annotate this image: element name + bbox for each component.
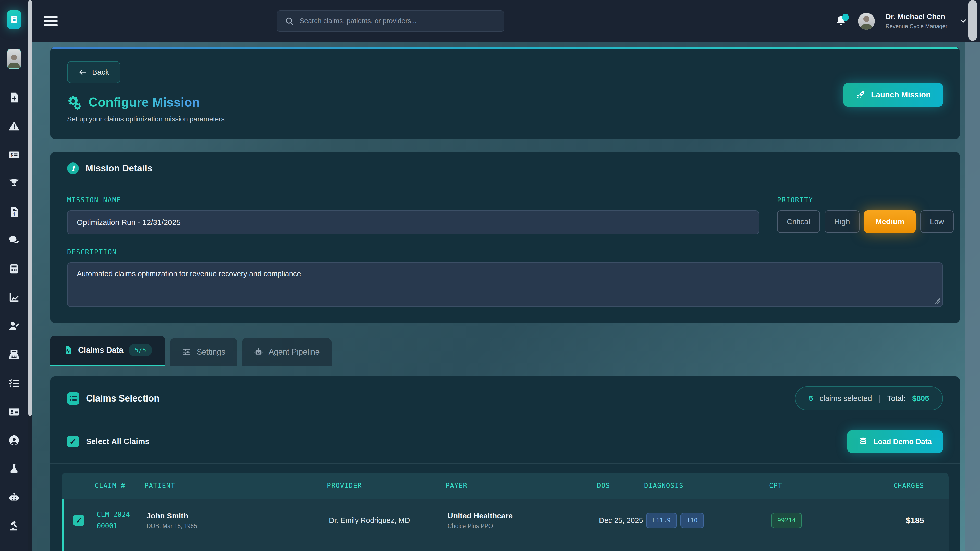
sidebar-item-analytics[interactable] (8, 291, 20, 303)
tab-claims-data[interactable]: Claims Data 5/5 (50, 336, 165, 366)
mission-name-input[interactable] (67, 210, 759, 234)
table-row[interactable]: ✓ CLM-2024- Sarah Johnson Dr. Emily Rodr… (62, 541, 948, 551)
cpt-codes: 99214 (771, 513, 894, 528)
avatar-silhouette (11, 55, 17, 60)
priority-field: PRIORITY Critical High Medium Low (777, 196, 943, 234)
sidebar-item-profile[interactable] (8, 434, 20, 446)
patient-dob: DOB: Mar 15, 1965 (146, 523, 329, 530)
col-charges: CHARGES (892, 482, 948, 489)
notifications-button[interactable] (835, 14, 847, 28)
divider: | (879, 394, 881, 403)
sidebar-user-avatar[interactable] (7, 49, 21, 69)
sidebar-item-lab[interactable] (8, 463, 20, 475)
gavel-icon (8, 520, 20, 532)
tab-label: Settings (197, 348, 225, 357)
payer-name: United Healthcare (448, 511, 599, 520)
sidebar-item-tasks[interactable] (8, 377, 20, 389)
tab-settings[interactable]: Settings (170, 338, 237, 366)
sidebar-item-appeals[interactable] (8, 520, 20, 532)
sidebar-item-billing[interactable] (8, 348, 20, 361)
sidebar-scrollbar[interactable] (28, 0, 32, 551)
date-of-service: Dec 25, 2025 (599, 516, 646, 525)
global-search[interactable] (277, 11, 504, 32)
description-textarea[interactable]: Automated claims optimization for revenu… (67, 262, 943, 307)
user-check-icon (8, 320, 20, 332)
sidebar-item-achievements[interactable] (8, 177, 20, 189)
priority-options: Critical High Medium Low (777, 210, 943, 233)
search-input[interactable] (300, 17, 496, 25)
col-claim: CLAIM # (95, 482, 145, 489)
tab-agent-pipeline[interactable]: Agent Pipeline (242, 338, 331, 366)
avatar-silhouette (861, 24, 872, 30)
payer-plan: Choice Plus PPO (448, 523, 599, 530)
page-scrollbar-thumb[interactable] (968, 0, 977, 41)
page-subtitle: Set up your claims optimization mission … (67, 115, 943, 123)
claims-selection-card: Claims Selection 5 claims selected | Tot… (50, 376, 960, 551)
priority-critical-button[interactable]: Critical (777, 210, 820, 233)
topbar: Dr. Michael Chen Revenue Cycle Manager (32, 0, 980, 42)
sidebar-item-file-plus[interactable] (8, 91, 20, 103)
selected-text: claims selected (820, 394, 872, 403)
warning-triangle-icon (8, 120, 20, 132)
total-label: Total: (887, 394, 906, 403)
notification-dot (842, 14, 849, 21)
trophy-icon (8, 177, 20, 189)
tab-label: Claims Data (78, 346, 123, 355)
back-button[interactable]: Back (67, 61, 121, 83)
user-avatar[interactable] (858, 13, 875, 30)
mission-details-body: MISSION NAME PRIORITY Critical High Medi… (50, 184, 960, 323)
sidebar-item-alerts[interactable] (8, 120, 20, 132)
select-all-checkbox[interactable]: ✓ (67, 436, 79, 448)
user-role: Revenue Cycle Manager (886, 23, 947, 30)
resize-handle-icon[interactable] (934, 298, 940, 304)
robot-icon (8, 492, 20, 503)
flask-icon (8, 463, 20, 475)
table-list-icon (67, 392, 80, 405)
sidebar-item-id-card[interactable] (8, 406, 20, 418)
sidebar: $ $ (0, 0, 28, 551)
total-value: $805 (912, 394, 929, 403)
tab-count-badge: 5/5 (129, 344, 151, 356)
claim-number[interactable]: CLM-2024-00001 (97, 509, 140, 532)
sidebar-item-agents[interactable] (8, 491, 20, 503)
priority-low-button[interactable]: Low (920, 210, 954, 233)
hamburger-menu-icon[interactable] (44, 16, 58, 26)
row-checkbox[interactable]: ✓ (73, 515, 84, 526)
list-check-icon (8, 377, 20, 389)
col-payer: PAYER (445, 482, 597, 489)
config-tabs: Claims Data 5/5 Settings Agent Pipeline (50, 336, 960, 366)
load-demo-data-button[interactable]: Load Demo Data (847, 430, 943, 453)
back-label: Back (92, 68, 109, 76)
page-scrollbar[interactable] (965, 0, 980, 551)
sidebar-scrollbar-thumb[interactable] (28, 0, 32, 416)
topbar-right: Dr. Michael Chen Revenue Cycle Manager (835, 13, 968, 30)
sidebar-item-eligibility[interactable] (8, 320, 20, 332)
chart-line-icon (8, 292, 20, 303)
launch-mission-button[interactable]: Launch Mission (843, 83, 943, 106)
user-meta[interactable]: Dr. Michael Chen Revenue Cycle Manager (886, 13, 947, 30)
sidebar-item-calculator[interactable] (8, 263, 20, 275)
claims-selection-title: Claims Selection (86, 393, 159, 404)
mission-name-label: MISSION NAME (67, 196, 759, 204)
page-scrollbar-track[interactable] (965, 42, 980, 551)
database-icon (859, 437, 868, 446)
robot-icon (254, 348, 263, 357)
sidebar-item-messages[interactable] (8, 234, 20, 246)
select-all-row: ✓ Select All Claims Load Demo Data (50, 421, 960, 464)
priority-medium-button[interactable]: Medium (864, 210, 915, 233)
title-row: Configure Mission (67, 95, 943, 110)
circle-user-icon (8, 434, 20, 446)
sidebar-item-invoices[interactable]: $ (8, 206, 20, 218)
rocket-icon (856, 90, 865, 100)
sidebar-item-payments[interactable]: $ (8, 148, 20, 161)
selection-summary-badge: 5 claims selected | Total: $805 (795, 386, 943, 410)
info-icon: i (67, 162, 79, 174)
sidebar-nav: $ $ (8, 91, 20, 532)
file-plus-icon (8, 92, 20, 103)
search-icon (285, 17, 294, 26)
svg-text:$: $ (11, 152, 13, 157)
select-all-label: Select All Claims (86, 437, 150, 446)
app-logo[interactable] (7, 10, 21, 29)
table-row[interactable]: ✓ CLM-2024-00001 John Smith DOB: Mar 15,… (62, 499, 948, 541)
priority-high-button[interactable]: High (824, 210, 860, 233)
